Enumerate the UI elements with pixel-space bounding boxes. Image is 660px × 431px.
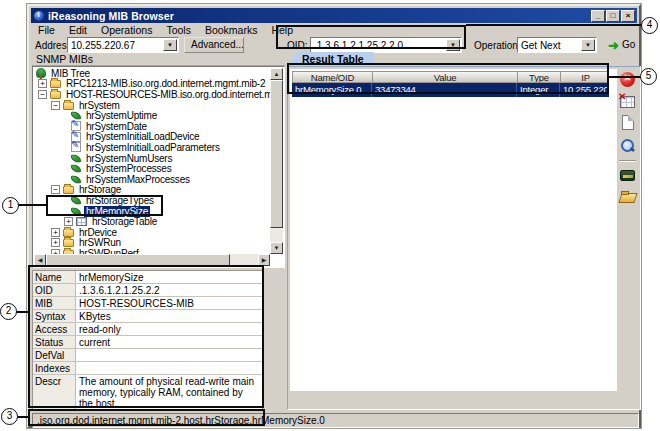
tree-label[interactable]: hrSWRun — [77, 237, 123, 248]
address-value[interactable]: 10.255.220.67 — [68, 40, 163, 51]
maximize-button[interactable]: □ — [606, 10, 620, 22]
tree-item-hrStorage[interactable]: −hrStorage — [34, 185, 270, 196]
open-folder-icon[interactable] — [620, 188, 635, 203]
column-header-value[interactable]: Value — [373, 72, 518, 82]
search-icon[interactable] — [620, 137, 635, 152]
tree-vertical-scrollbar[interactable]: ▲ ▼ — [270, 68, 283, 254]
column-header-ip[interactable]: IP — [561, 72, 610, 82]
menu-item-operations[interactable]: Operations — [94, 24, 159, 36]
tree-item-hrSystemMaxProcesses[interactable]: hrSystemMaxProcesses — [34, 174, 270, 185]
tree-label[interactable]: RFC1213-MIB.iso.org.dod.internet.mgmt.mi… — [64, 78, 267, 89]
tree-item-hrSystemNumUsers[interactable]: hrSystemNumUsers — [34, 153, 270, 164]
tree-item-hrDevice[interactable]: +hrDevice — [34, 227, 270, 238]
chevron-down-icon[interactable]: ▼ — [581, 39, 595, 51]
tree-label[interactable]: hrStorageTypes — [84, 195, 156, 206]
tree-item-hrStorageTypes[interactable]: hrStorageTypes — [34, 195, 270, 206]
minimize-button[interactable]: _ — [591, 10, 605, 22]
tree-item-MIB Tree[interactable]: MIB Tree — [34, 68, 270, 79]
tree-label[interactable]: HOST-RESOURCES-MIB.iso.org.dod.internet.… — [64, 89, 270, 100]
collapse-minus-icon[interactable]: − — [51, 101, 60, 110]
export-icon[interactable] — [620, 170, 635, 181]
address-combo[interactable]: 10.255.220.67 ▼ — [67, 37, 179, 53]
property-value: read-only — [76, 323, 262, 336]
menu-item-tools[interactable]: Tools — [159, 24, 198, 36]
tree-label[interactable]: hrSystemMaxProcesses — [84, 174, 192, 185]
operations-combo[interactable]: Get Next ▼ — [517, 37, 597, 53]
tree-item-hrSWRun[interactable]: +hrSWRun — [34, 238, 270, 249]
property-row-mib: MIBHOST-RESOURCES-MIB — [33, 297, 262, 310]
property-row-descr: DescrThe amount of physical read-write m… — [33, 375, 262, 410]
tree-item-hrSystem[interactable]: −hrSystem — [34, 100, 270, 111]
collapse-minus-icon[interactable]: − — [38, 90, 47, 99]
advanced-button[interactable]: Advanced... — [184, 37, 244, 53]
menu-item-bookmarks[interactable]: Bookmarks — [198, 24, 265, 36]
tree-label[interactable]: hrSystemUptime — [84, 110, 159, 121]
tree-label[interactable]: hrSystemDate — [84, 121, 149, 132]
scroll-left-icon[interactable]: ◀ — [34, 254, 46, 266]
tree-item-RFC1213-MIB.iso.org.dod.internet.mgmt.mib-2[interactable]: +RFC1213-MIB.iso.org.dod.internet.mgmt.m… — [34, 79, 270, 90]
column-header-name-oid[interactable]: Name/OID — [293, 72, 373, 82]
mib-tree-panel: MIB Tree+RFC1213-MIB.iso.org.dod.interne… — [32, 66, 285, 268]
folder-icon — [50, 91, 61, 99]
tree-horizontal-scrollbar[interactable]: ◀ ▶ — [34, 254, 270, 266]
tree-item-hrMemorySize[interactable]: hrMemorySize — [34, 206, 270, 217]
tab-result-table[interactable]: Result Table — [288, 52, 374, 66]
tree-label[interactable]: hrMemorySize — [84, 206, 150, 217]
menu-item-edit[interactable]: Edit — [62, 24, 94, 36]
expand-plus-icon[interactable]: + — [51, 228, 60, 237]
tree-label[interactable]: hrSystem — [77, 100, 122, 111]
tree-label[interactable]: hrSystemInitialLoadDevice — [84, 131, 201, 142]
tree-item-hrSystemDate[interactable]: hrSystemDate — [34, 121, 270, 132]
tree-label[interactable]: hrStorage — [77, 184, 123, 195]
scrollbar-thumb[interactable] — [270, 80, 283, 228]
stop-icon[interactable] — [620, 72, 635, 87]
new-document-icon[interactable] — [622, 115, 634, 130]
result-cell: 10.255.220.67 — [560, 83, 609, 97]
leaf-icon — [70, 195, 81, 205]
clear-table-icon[interactable] — [620, 96, 635, 108]
oid-combo[interactable]: .1.3.6.1.2.1.25.2.2.0 ▼ — [310, 37, 462, 53]
tree-item-hrSystemUptime[interactable]: hrSystemUptime — [34, 110, 270, 121]
go-button[interactable]: ➜ Go — [602, 37, 642, 53]
tree-label[interactable]: hrSystemProcesses — [84, 163, 174, 174]
property-value: The amount of physical read-write main m… — [76, 375, 262, 410]
tree-label[interactable]: hrDevice — [77, 227, 119, 238]
app-window: iReasoning MIB Browser _ □ × FileEditOpe… — [27, 4, 641, 428]
tree-item-hrStorageTable[interactable]: +hrStorageTable — [34, 216, 270, 227]
folder-icon — [63, 229, 74, 237]
menu-item-file[interactable]: File — [31, 24, 62, 36]
column-header-type[interactable]: Type — [518, 72, 561, 82]
result-list-area: Name/OIDValueTypeIP hrMemorySize.0334733… — [290, 69, 618, 391]
collapse-minus-icon[interactable]: − — [51, 185, 60, 194]
tree-item-hrSystemInitialLoadDevice[interactable]: hrSystemInitialLoadDevice — [34, 132, 270, 143]
tree-label[interactable]: MIB Tree — [49, 68, 92, 79]
scroll-down-icon[interactable]: ▼ — [270, 242, 283, 254]
scrollbar-thumb[interactable] — [46, 254, 230, 266]
scroll-up-icon[interactable]: ▲ — [270, 68, 283, 80]
tree-item-hrSystemProcesses[interactable]: hrSystemProcesses — [34, 163, 270, 174]
property-label: DefVal — [33, 349, 76, 362]
expand-plus-icon[interactable]: + — [38, 79, 47, 88]
scroll-right-icon[interactable]: ▶ — [258, 254, 270, 266]
tree-item-HOST-RESOURCES-MIB.iso.org.dod.internet.mgmt.mib-2.host[interactable]: −HOST-RESOURCES-MIB.iso.org.dod.internet… — [34, 89, 270, 100]
menu-item-help[interactable]: Help — [264, 24, 300, 36]
chevron-down-icon[interactable]: ▼ — [446, 39, 460, 51]
result-row-hrMemorySize.0[interactable]: hrMemorySize.033473344Integer10.255.220.… — [292, 83, 609, 97]
tree-label[interactable]: hrSystemNumUsers — [84, 153, 174, 164]
result-cell: Integer — [517, 83, 560, 97]
operations-value[interactable]: Get Next — [518, 40, 581, 51]
window-title: iReasoning MIB Browser — [48, 10, 174, 22]
close-button[interactable]: × — [621, 10, 635, 22]
callout-3: 3 — [1, 408, 18, 425]
chevron-down-icon[interactable]: ▼ — [163, 39, 177, 51]
tree-label[interactable]: hrSystemInitialLoadParameters — [84, 142, 222, 153]
go-arrow-icon: ➜ — [608, 39, 619, 52]
expand-plus-icon[interactable]: + — [51, 238, 60, 247]
result-cell: 33473344 — [372, 83, 517, 97]
result-table-header[interactable]: Name/OIDValueTypeIP — [292, 71, 609, 83]
tree-label[interactable]: hrStorageTable — [90, 216, 159, 227]
oid-value[interactable]: .1.3.6.1.2.1.25.2.2.0 — [311, 40, 446, 51]
tree-item-hrSystemInitialLoadParameters[interactable]: hrSystemInitialLoadParameters — [34, 142, 270, 153]
expand-plus-icon[interactable]: + — [64, 217, 73, 226]
property-label: Indexes — [33, 362, 76, 375]
